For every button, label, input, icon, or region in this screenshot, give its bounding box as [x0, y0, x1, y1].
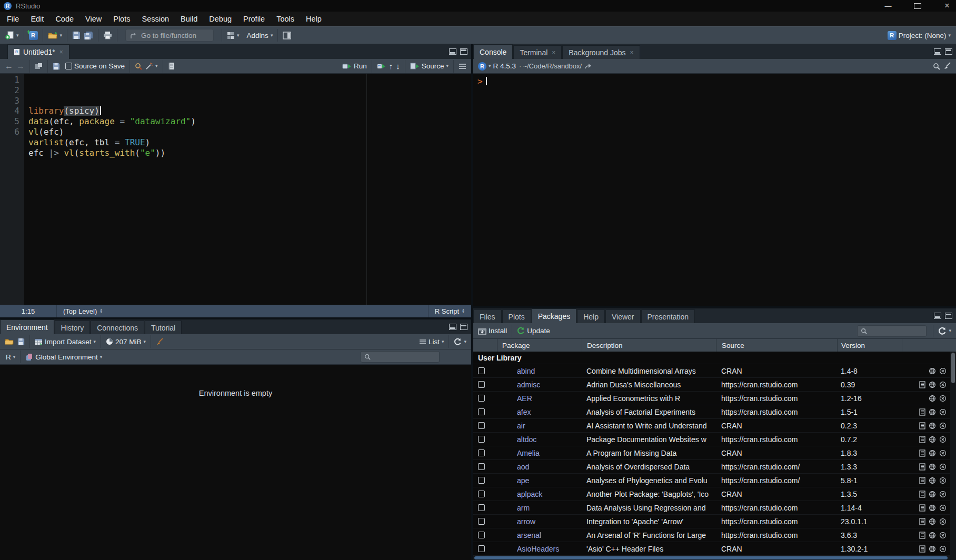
environment-search-input[interactable] [361, 351, 440, 363]
manual-icon[interactable] [919, 504, 925, 512]
website-icon[interactable] [929, 436, 936, 443]
rerun-button[interactable] [375, 62, 387, 71]
close-tab-icon[interactable]: × [630, 49, 633, 56]
source-button[interactable]: Source ▾ [409, 61, 450, 71]
document-outline-button[interactable] [457, 62, 468, 71]
package-checkbox[interactable] [478, 477, 485, 484]
minimize-pane-icon[interactable] [934, 48, 941, 55]
close-tab-icon[interactable]: × [552, 49, 555, 56]
go-next-section-button[interactable]: ↓ [394, 61, 402, 72]
header-source[interactable]: Source [716, 339, 837, 352]
website-icon[interactable] [929, 463, 936, 471]
install-button[interactable]: Install [476, 326, 509, 336]
package-name-link[interactable]: arsenal [517, 531, 541, 539]
open-file-button[interactable]: ▾ [46, 31, 64, 41]
package-checkbox[interactable] [478, 436, 485, 443]
menu-edit[interactable]: Edit [25, 12, 49, 26]
manual-icon[interactable] [919, 449, 925, 457]
memory-usage-button[interactable]: 207 MiB ▾ [104, 337, 147, 347]
package-row[interactable]: ape Analyses of Phylogenetics and Evolu … [473, 474, 956, 487]
package-checkbox[interactable] [478, 504, 485, 511]
website-icon[interactable] [929, 545, 936, 553]
clear-environment-button[interactable] [154, 337, 165, 347]
language-selector[interactable]: R ▾ [4, 352, 17, 362]
package-checkbox[interactable] [478, 532, 485, 538]
tab-background-jobs[interactable]: Background Jobs× [562, 45, 640, 59]
remove-package-icon[interactable] [939, 436, 947, 443]
package-checkbox[interactable] [478, 449, 485, 456]
packages-search-input[interactable] [857, 325, 927, 337]
update-button[interactable]: Update [515, 326, 552, 336]
close-window-icon[interactable]: × [943, 1, 951, 11]
manual-icon[interactable] [919, 408, 925, 416]
website-icon[interactable] [929, 477, 936, 484]
maximize-pane-icon[interactable] [460, 48, 467, 55]
tab-environment[interactable]: Environment [0, 319, 54, 334]
manual-icon[interactable] [919, 518, 925, 525]
website-icon[interactable] [929, 504, 936, 512]
manual-icon[interactable] [919, 491, 925, 498]
package-name-link[interactable]: Amelia [517, 449, 540, 457]
maximize-pane-icon[interactable] [460, 324, 467, 330]
manual-icon[interactable] [919, 422, 925, 429]
package-checkbox[interactable] [478, 367, 485, 374]
code-editor[interactable]: 123456 library(spicy)data(efc, package =… [0, 74, 471, 305]
code-content[interactable]: library(spicy)data(efc, package = "dataw… [24, 74, 471, 305]
website-icon[interactable] [929, 408, 936, 416]
package-row[interactable]: Amelia A Program for Missing Data CRAN 1… [473, 446, 956, 460]
package-row[interactable]: arsenal An Arsenal of 'R' Functions for … [473, 528, 956, 542]
package-checkbox[interactable] [478, 491, 485, 497]
header-description[interactable]: Description [582, 339, 716, 352]
package-row[interactable]: air AI Assistant to Write and Understand… [473, 419, 956, 433]
package-row[interactable]: AsioHeaders 'Asio' C++ Header Files CRAN… [473, 542, 956, 556]
go-previous-section-button[interactable]: ↑ [387, 61, 395, 72]
remove-package-icon[interactable] [939, 367, 947, 375]
load-workspace-button[interactable] [3, 337, 16, 346]
manual-icon[interactable] [919, 532, 925, 539]
remove-package-icon[interactable] [939, 545, 947, 553]
save-workspace-button[interactable] [16, 337, 26, 346]
remove-package-icon[interactable] [939, 395, 947, 402]
remove-package-icon[interactable] [939, 518, 947, 525]
scrollbar-thumb[interactable] [951, 353, 955, 383]
website-icon[interactable] [929, 449, 936, 457]
package-checkbox[interactable] [478, 545, 485, 552]
manual-icon[interactable] [919, 477, 925, 484]
tab-untitled1[interactable]: R Untitled1* × [7, 44, 69, 59]
goto-directory-icon[interactable] [585, 63, 592, 69]
package-name-link[interactable]: admisc [517, 381, 540, 389]
find-replace-button[interactable] [133, 62, 144, 71]
project-selector[interactable]: R Project: (None) ▾ [886, 30, 952, 41]
package-name-link[interactable]: ape [517, 476, 529, 485]
minimize-pane-icon[interactable] [449, 324, 456, 330]
r-version-selector[interactable]: R ▾ R 4.5.3 [476, 61, 517, 72]
new-file-button[interactable]: ▾ [4, 30, 21, 41]
display-mode-button[interactable]: List ▾ [417, 337, 446, 347]
website-icon[interactable] [929, 518, 936, 525]
scrollbar-thumb[interactable] [474, 556, 948, 559]
refresh-packages-button[interactable]: ▾ [937, 326, 953, 336]
package-row[interactable]: arrow Integration to 'Apache' 'Arrow' ht… [473, 515, 956, 528]
console-output[interactable]: > [473, 74, 956, 306]
scope-selector[interactable]: (Top Level) ▲▼ [57, 305, 109, 317]
website-icon[interactable] [929, 422, 936, 429]
file-type-selector[interactable]: R Script ▲▼ [428, 305, 471, 317]
remove-package-icon[interactable] [939, 463, 947, 471]
website-icon[interactable] [929, 381, 936, 388]
clear-console-button[interactable] [942, 61, 953, 71]
package-name-link[interactable]: arrow [517, 517, 535, 526]
remove-package-icon[interactable] [939, 422, 947, 429]
vertical-scrollbar[interactable] [950, 352, 956, 556]
tab-console[interactable]: Console [473, 44, 513, 59]
remove-package-icon[interactable] [939, 449, 947, 457]
website-icon[interactable] [929, 367, 936, 375]
website-icon[interactable] [929, 491, 936, 498]
package-name-link[interactable]: aod [517, 463, 529, 471]
package-checkbox[interactable] [478, 422, 485, 429]
manual-icon[interactable] [919, 545, 925, 553]
menu-tools[interactable]: Tools [271, 12, 300, 26]
menu-code[interactable]: Code [49, 12, 79, 26]
menu-file[interactable]: File [1, 12, 25, 26]
menu-view[interactable]: View [79, 12, 107, 26]
panes-grid-button[interactable]: ▾ [225, 31, 241, 41]
